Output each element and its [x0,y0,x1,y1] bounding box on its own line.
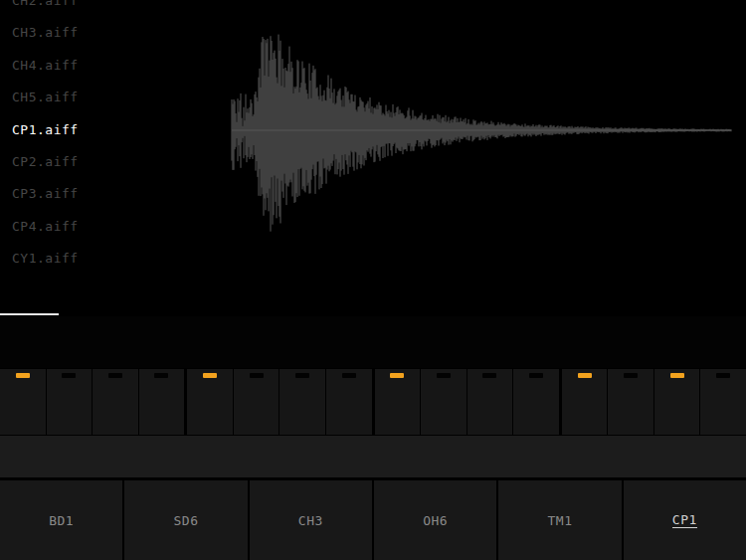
step-indicator [437,373,451,378]
drum-pads: BD1 SD6 CH3 OH6 TM1 CP1 [0,480,746,560]
file-item-ch3[interactable]: CH3.aiff [12,26,191,58]
step-cell-3[interactable] [93,369,138,435]
step-cell-15[interactable] [654,369,700,435]
step-indicator-active [670,373,684,378]
sample-parameter-row: Manage Samples Tuning 0.00 Saturation -3… [0,263,746,314]
file-item-cp3[interactable]: CP3.aiff [12,187,191,219]
file-item-ch5[interactable]: CH5.aiff [12,91,191,122]
step-sequencer [0,369,746,435]
pad-cp1-label: CP1 [672,513,697,528]
pad-tm1-label: TM1 [547,514,572,527]
file-item-ch4[interactable]: CH4.aiff [12,59,191,91]
step-indicator [62,373,76,378]
step-cell-11[interactable] [467,369,513,435]
pad-oh6-label: OH6 [423,514,448,527]
file-item-cp1-selected[interactable]: CP1.aiff [12,123,191,155]
active-tab-indicator [0,313,59,315]
step-indicator-active [390,373,404,378]
file-item-cp2[interactable]: CP2.aiff [12,155,191,187]
step-cell-6[interactable] [234,369,280,435]
step-indicator [108,373,122,378]
mode-bar: Select Perform Mute 1 bar [0,436,746,477]
waveform-path [232,35,731,232]
step-cell-1[interactable] [0,369,46,435]
pad-bd1[interactable]: BD1 [0,480,122,560]
step-indicator [295,373,309,378]
step-indicator [154,373,168,378]
pad-cp1-selected[interactable]: CP1 [624,480,746,560]
step-cell-5[interactable] [187,369,233,435]
pad-tm1[interactable]: TM1 [498,480,621,560]
step-cell-14[interactable] [608,369,653,435]
pad-oh6[interactable]: OH6 [374,480,496,560]
step-cell-4[interactable] [139,369,185,435]
pad-sd6-label: SD6 [174,514,199,527]
main-tab-bar: Sample Amp. Master Patterns Snap Project… [0,316,746,368]
pad-sd6[interactable]: SD6 [124,480,247,560]
sample-file-list: CH2.aiff CH3.aiff CH4.aiff CH5.aiff CP1.… [12,0,191,267]
step-cell-9[interactable] [375,369,421,435]
step-cell-8[interactable] [326,369,372,435]
step-indicator [716,373,730,378]
step-cell-12[interactable] [513,369,559,435]
step-cell-10[interactable] [421,369,466,435]
step-cell-7[interactable] [280,369,325,435]
waveform-display[interactable] [199,0,746,261]
pad-bd1-label: BD1 [49,514,74,527]
step-indicator [482,373,496,378]
step-indicator-active [203,373,217,378]
file-item-ch2[interactable]: CH2.aiff [12,0,191,26]
pad-ch3-label: CH3 [298,514,323,527]
pad-ch3[interactable]: CH3 [250,480,372,560]
step-cell-16[interactable] [700,369,746,435]
step-indicator [529,373,543,378]
step-cell-2[interactable] [47,369,93,435]
step-indicator-active [578,373,592,378]
step-indicator [250,373,264,378]
drum-sampler-app: CH2.aiff CH3.aiff CH4.aiff CH5.aiff CP1.… [0,0,746,560]
step-indicator-active [16,373,30,378]
step-indicator [624,373,638,378]
step-indicator [342,373,356,378]
file-item-cp4[interactable]: CP4.aiff [12,220,191,252]
step-cell-13[interactable] [562,369,608,435]
